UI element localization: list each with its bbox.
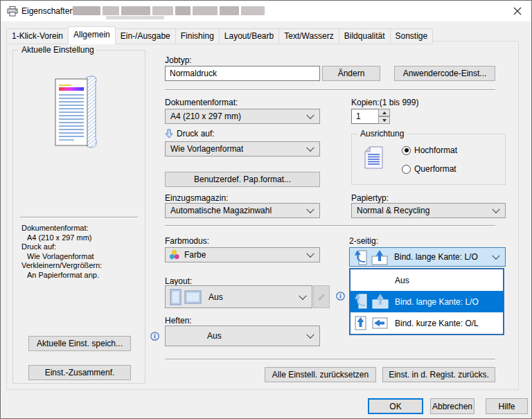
portrait-radio[interactable]: Hochformat [402, 145, 457, 155]
duplex-option-long-edge[interactable]: Bind. lange Kante: L/O [351, 291, 503, 312]
landscape-radio[interactable]: Querformat [402, 164, 456, 174]
redacted-printer-name-line2 [106, 16, 164, 19]
current-settings-preview [53, 73, 100, 152]
tab-sonstige[interactable]: Sonstige [390, 28, 434, 44]
duplex-option-label: Bind. lange Kante: L/O [395, 297, 479, 307]
duplex-combobox[interactable]: Bind. lange Kante: L/O [349, 247, 506, 267]
chevron-down-icon [306, 250, 314, 258]
print-on-label: Druck auf: [177, 129, 215, 139]
layout-combobox[interactable]: Aus [165, 285, 312, 308]
paper-type-combobox[interactable]: Normal & Recycling [351, 203, 506, 218]
summary-line: Dokumentenformat: [21, 224, 102, 233]
duplex-option-aus[interactable]: Aus [351, 269, 503, 291]
settings-summary: Dokumentenformat: A4 (210 x 297 mm) Druc… [21, 224, 102, 280]
separator [165, 359, 495, 360]
duplex-option-label: Bind. kurze Kante: O/L [395, 319, 479, 328]
ok-button[interactable]: OK [368, 398, 423, 414]
document-format-label: Dokumentenformat: [165, 98, 238, 107]
cmy-color-icon [169, 249, 180, 260]
flip-up-landscape-icon [371, 249, 389, 266]
chevron-down-icon [306, 331, 314, 339]
radio-selected-icon [402, 146, 411, 155]
duplex-dropdown-list: Aus Bind. lange Kante: L/O [349, 268, 504, 335]
settings-summary-button[interactable]: Einst.-Zusammenf. [28, 365, 131, 380]
tab-strip: 1-Klick-Vorein Allgemein Ein-/Ausgabe Fi… [7, 26, 433, 44]
summary-line: Druck auf: [21, 242, 102, 252]
duplex-option-label: Aus [395, 276, 409, 285]
color-mode-label: Farbmodus: [165, 236, 209, 246]
tab-layout-bearb[interactable]: Layout/Bearb [219, 28, 279, 44]
print-on-value: Wie Vorlagenformat [166, 144, 243, 154]
copies-input[interactable] [351, 109, 379, 124]
tray-combobox[interactable]: Automatische Magazinwahl [165, 203, 320, 218]
separator [165, 89, 495, 91]
flip-up-landscape-icon [371, 293, 389, 310]
tab-allgemein[interactable]: Allgemein [68, 26, 116, 44]
print-on-label-row: Druck auf: [165, 129, 215, 139]
document-format-combobox[interactable]: A4 (210 x 297 mm) [165, 109, 320, 124]
portrait-radio-label: Hochformat [414, 145, 457, 155]
summary-line: A4 (210 x 297 mm) [21, 233, 102, 243]
chevron-down-icon [306, 112, 314, 119]
tray-value: Automatische Magazinwahl [166, 206, 272, 215]
tab-1-klick-vorein[interactable]: 1-Klick-Vorein [6, 28, 69, 44]
duplex-value: Bind. lange Kante: L/O [350, 252, 478, 262]
layout-label: Layout: [165, 276, 192, 286]
duplex-option-short-edge[interactable]: Bind. kurze Kante: O/L [351, 312, 503, 334]
title-bar: Eigenschaften von [1, 1, 531, 21]
orientation-group: Ausrichtung Hochformat Querfor [351, 134, 506, 185]
cancel-button[interactable]: Abbrechen [430, 398, 475, 414]
portrait-page-thumbnail-icon [170, 289, 181, 305]
custom-paper-format-button[interactable]: Benutzerdef. Pap.format... [165, 172, 320, 187]
layout-info-icon[interactable] [336, 292, 345, 301]
color-mode-value: Farbe [180, 250, 206, 260]
separator [165, 225, 495, 226]
jobtype-change-button[interactable]: Ändern [322, 66, 380, 81]
close-icon[interactable] [512, 6, 523, 17]
flip-left-landscape-icon [371, 314, 389, 331]
chevron-down-icon [299, 292, 306, 299]
staple-combobox[interactable]: Aus [165, 326, 320, 346]
spinner-down-icon[interactable] [378, 116, 390, 124]
layout-value: Aus [202, 292, 223, 302]
reset-tab-settings-button[interactable]: Einst. in d. Regist. zurücks. [382, 367, 495, 382]
print-on-combobox[interactable]: Wie Vorlagenformat [165, 141, 320, 157]
staple-info-icon[interactable] [150, 332, 159, 341]
current-settings-group-title: Aktuelle Einstellung [19, 45, 97, 55]
reset-all-settings-button[interactable]: Alle Einstell. zurücksetzen [265, 367, 376, 382]
summary-line: Wie Vorlagenformat [21, 252, 102, 262]
tab-page-allgemein: Aktuelle Einstellung [6, 41, 519, 390]
paper-type-label: Papiertyp: [351, 193, 389, 203]
radio-unselected-icon [402, 165, 411, 174]
current-settings-group: Aktuelle Einstellung [12, 50, 145, 384]
separator [20, 217, 138, 218]
summary-line: Verkleinern/Vergrößern: [21, 261, 102, 271]
tab-text-wasserz[interactable]: Text/Wasserz [278, 28, 339, 44]
tab-finishing[interactable]: Finishing [175, 28, 220, 44]
tray-label: Einzugsmagazin: [165, 193, 228, 203]
pencil-icon [317, 292, 326, 302]
jobtype-input[interactable] [165, 66, 320, 81]
color-mode-combobox[interactable]: Farbe [165, 247, 320, 262]
paper-type-value: Normal & Recycling [352, 206, 429, 215]
tab-bildqualitaet[interactable]: Bildqualität [339, 28, 391, 44]
jobtype-label: Jobtyp: [165, 55, 192, 65]
staple-value: Aus [166, 331, 222, 341]
portrait-page-icon [364, 146, 383, 169]
usercode-settings-button[interactable]: Anwendercode-Einst... [394, 66, 495, 81]
summary-line: An Papierformat anp. [21, 271, 102, 280]
help-button[interactable]: Hilfe [486, 398, 528, 414]
copies-label: Kopien:(1 bis 999) [351, 98, 418, 107]
staple-label: Heften: [165, 316, 192, 326]
flip-long-edge-icon [353, 249, 368, 266]
chevron-down-icon [306, 206, 314, 213]
tab-ein-ausgabe[interactable]: Ein-/Ausgabe [115, 28, 176, 44]
down-arrow-icon [165, 129, 173, 139]
save-current-settings-button[interactable]: Aktuelle Einst. speich... [28, 336, 131, 351]
chevron-down-icon [306, 144, 314, 152]
document-format-value: A4 (210 x 297 mm) [166, 112, 241, 121]
landscape-radio-label: Querformat [414, 164, 456, 174]
spinner-up-icon[interactable] [378, 109, 390, 116]
duplex-label: 2-seitig: [349, 236, 378, 246]
layout-edit-button [313, 285, 330, 308]
